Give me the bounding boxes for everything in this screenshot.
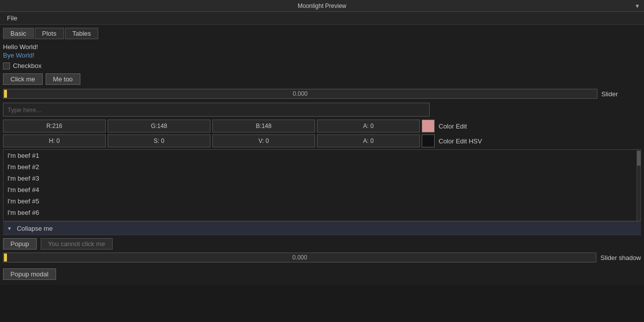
list-item[interactable]: I'm beef #5 — [3, 195, 641, 207]
bye-world-link[interactable]: Bye World! — [3, 52, 641, 59]
text-input[interactable] — [3, 103, 430, 117]
collapse-label: Collapse me — [17, 225, 53, 232]
collapse-bar[interactable]: ▼ Collapse me — [3, 221, 641, 235]
menu-file[interactable]: File — [3, 13, 21, 23]
popup-section: Popup You cannot click me — [3, 235, 641, 253]
slider-shadow-container[interactable]: 0.000 — [3, 253, 596, 262]
popup-button[interactable]: Popup — [3, 238, 37, 250]
click-me-button[interactable]: Click me — [3, 73, 43, 85]
checkbox-label: Checkbox — [13, 62, 42, 69]
color-swatch-hsv[interactable] — [422, 134, 435, 147]
main-content: Basic Plots Tables Hello World! Bye Worl… — [0, 25, 644, 285]
menu-bar: File — [0, 12, 644, 25]
color-edit-hsv-row: H: 0 S: 0 V: 0 A: 0 Color Edit HSV — [3, 134, 641, 147]
tab-basic[interactable]: Basic — [3, 28, 34, 39]
color-edit-hsv-label: Color Edit HSV — [439, 137, 482, 145]
hello-world-text: Hello World! — [3, 43, 641, 51]
list-scrollbar[interactable] — [637, 150, 641, 221]
disabled-button: You cannot click me — [41, 238, 113, 250]
list-container[interactable]: I'm beef #1 I'm beef #2 I'm beef #3 I'm … — [3, 149, 641, 221]
color-edit-label: Color Edit — [439, 123, 467, 130]
color-v-field[interactable]: V: 0 — [212, 134, 315, 147]
slider-shadow-value: 0.000 — [3, 254, 596, 261]
scrollbar-thumb[interactable] — [637, 151, 641, 166]
tab-plots[interactable]: Plots — [35, 28, 64, 39]
checkbox-input[interactable] — [3, 63, 10, 69]
me-too-button[interactable]: Me too — [46, 73, 80, 85]
color-s-field[interactable]: S: 0 — [108, 134, 210, 147]
slider-shadow-label: Slider shadow — [600, 254, 641, 261]
slider-shadow-handle[interactable] — [4, 254, 7, 261]
color-b-field[interactable]: B:148 — [212, 120, 315, 132]
button-row: Click me Me too — [3, 73, 641, 85]
color-r-field[interactable]: R:216 — [3, 120, 106, 132]
color-swatch-rgb[interactable] — [422, 120, 435, 132]
list-item[interactable]: I'm beef #6 — [3, 207, 641, 218]
collapse-arrow-icon: ▼ — [7, 226, 12, 231]
slider-handle[interactable] — [4, 90, 7, 98]
tabs-container: Basic Plots Tables — [3, 28, 641, 39]
popup-modal-button[interactable]: Popup modal — [3, 268, 56, 280]
slider-container[interactable]: 0.000 — [3, 89, 597, 99]
title-bar: Moonlight Preview ▼ — [0, 0, 644, 12]
color-a-hsv-field[interactable]: A: 0 — [317, 134, 420, 147]
list-item[interactable]: I'm beef #3 — [3, 173, 641, 184]
color-edit-rgb-row: R:216 G:148 B:148 A: 0 Color Edit — [3, 120, 641, 132]
color-g-field[interactable]: G:148 — [108, 120, 210, 132]
checkbox-row: Checkbox — [3, 62, 641, 69]
list-item[interactable]: I'm beef #2 — [3, 161, 641, 173]
popup-modal-row: Popup modal — [3, 266, 641, 282]
list-item[interactable]: I'm beef #4 — [3, 184, 641, 195]
list-item[interactable]: I'm beef #1 — [3, 150, 641, 161]
slider-shadow-row: 0.000 Slider shadow — [3, 253, 641, 262]
title-bar-arrow: ▼ — [635, 3, 640, 9]
tab-tables[interactable]: Tables — [65, 28, 99, 39]
slider-value: 0.000 — [3, 90, 597, 97]
slider-row: 0.000 Slider — [3, 89, 641, 99]
color-h-field[interactable]: H: 0 — [3, 134, 106, 147]
color-a-field[interactable]: A: 0 — [317, 120, 420, 132]
title-bar-text: Moonlight Preview — [298, 2, 346, 9]
slider-label: Slider — [601, 90, 641, 98]
